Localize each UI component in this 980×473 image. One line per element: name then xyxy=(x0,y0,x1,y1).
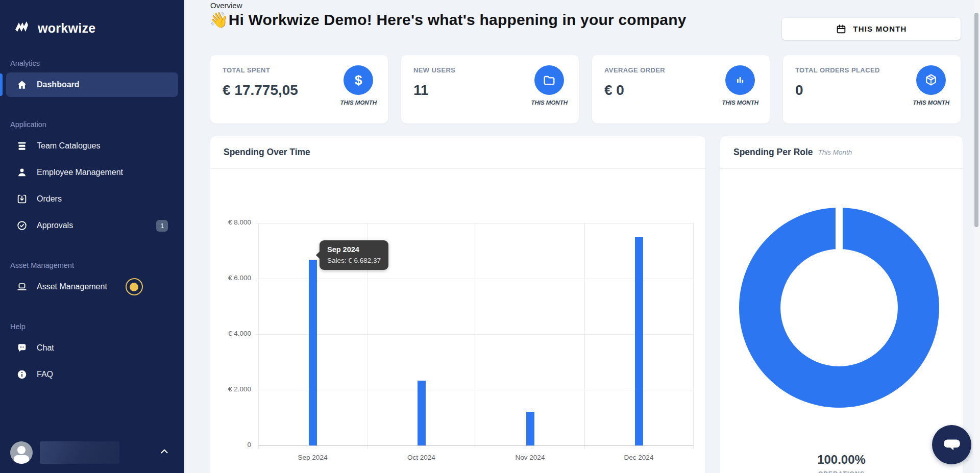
period-filter-label: THIS MONTH xyxy=(853,24,906,33)
stat-card-average-order: AVERAGE ORDER € 0 THIS MONTH xyxy=(592,55,770,123)
logo-text: workwize xyxy=(38,21,96,36)
scrollbar-thumb[interactable] xyxy=(974,13,978,227)
sidebar: workwize Analytics Dashboard Application… xyxy=(0,0,184,473)
user-name-redacted xyxy=(40,441,119,464)
stat-card-total-spent: TOTAL SPENT € 17.775,05 $ THIS MONTH xyxy=(210,55,388,123)
spending-per-role-card: Spending Per Role This Month 100.00% OPE… xyxy=(720,136,963,473)
gridline-horizontal xyxy=(255,390,693,390)
gridline-horizontal xyxy=(255,223,693,223)
x-axis-tick-label: Nov 2024 xyxy=(495,454,566,461)
chat-bubble-icon xyxy=(941,434,963,456)
stat-period: THIS MONTH xyxy=(913,99,949,106)
chat-launcher-button[interactable] xyxy=(932,425,971,464)
chat-icon xyxy=(16,342,28,354)
y-axis-tick-label: € 8.000 xyxy=(210,218,251,226)
y-axis-tick-label: 0 xyxy=(210,441,251,449)
sidebar-item-employee-management[interactable]: Employee Management xyxy=(6,160,178,185)
gridline-horizontal xyxy=(255,279,693,279)
page-title: 👋Hi Workwize Demo! Here's what's happeni… xyxy=(209,11,687,29)
scrollbar-track xyxy=(973,0,980,473)
main-content: Overview 👋Hi Workwize Demo! Here's what'… xyxy=(184,0,980,473)
bar-nov-2024[interactable] xyxy=(526,412,534,445)
package-icon xyxy=(916,65,946,95)
sidebar-item-faq[interactable]: FAQ xyxy=(6,362,178,387)
sidebar-item-dashboard[interactable]: Dashboard xyxy=(6,72,178,97)
approvals-icon xyxy=(16,220,28,231)
orders-icon xyxy=(16,193,28,205)
spending-over-time-card: Spending Over Time € 8.000€ 6.000€ 4.000… xyxy=(210,136,705,473)
sidebar-item-label: Approvals xyxy=(37,221,73,230)
laptop-icon xyxy=(16,281,28,292)
gridline-vertical xyxy=(693,223,694,449)
info-icon xyxy=(16,369,28,380)
card-title: Spending Per Role xyxy=(733,147,813,158)
stat-period: THIS MONTH xyxy=(722,99,758,106)
donut-percentage-label: 100.00% xyxy=(720,453,963,467)
y-axis-tick-label: € 6.000 xyxy=(210,274,251,282)
logo: workwize xyxy=(0,0,184,36)
x-axis-line xyxy=(258,445,693,446)
approvals-count-badge: 1 xyxy=(156,220,168,232)
tooltip-value: Sales: € 6.682,37 xyxy=(327,257,381,264)
y-axis-tick-label: € 2.000 xyxy=(210,385,251,393)
person-icon xyxy=(16,167,28,178)
donut-chart[interactable] xyxy=(739,208,939,408)
donut-hole xyxy=(780,249,898,366)
sidebar-item-label: Chat xyxy=(37,343,54,353)
donut-slice-label: OPERATIONS xyxy=(720,470,963,473)
gridline-vertical xyxy=(476,223,476,449)
card-header: Spending Per Role This Month xyxy=(720,136,963,169)
active-indicator-bar xyxy=(0,73,3,96)
stat-card-total-orders: TOTAL ORDERS PLACED 0 THIS MONTH xyxy=(783,55,961,123)
chevron-up-icon xyxy=(159,446,170,459)
bar-chart-icon xyxy=(725,65,755,95)
sidebar-item-label: FAQ xyxy=(37,370,53,379)
stat-card-new-users: NEW USERS 11 THIS MONTH xyxy=(401,55,579,123)
sidebar-item-team-catalogues[interactable]: Team Catalogues xyxy=(6,134,178,158)
x-axis-tick-label: Dec 2024 xyxy=(603,454,675,461)
stat-period: THIS MONTH xyxy=(531,99,568,106)
home-icon xyxy=(16,79,28,90)
donut-slice-gap xyxy=(836,208,843,251)
bar-sep-2024[interactable] xyxy=(309,260,317,445)
beacon-dot xyxy=(130,283,138,291)
gridline-horizontal xyxy=(255,334,693,335)
workwize-logo-icon xyxy=(14,20,32,36)
section-label-asset-management: Asset Management xyxy=(0,261,184,269)
gridline-vertical xyxy=(584,223,585,449)
x-axis-tick-label: Sep 2024 xyxy=(277,454,349,461)
catalogue-icon xyxy=(16,140,28,152)
sidebar-item-label: Asset Management xyxy=(37,282,107,291)
card-subtitle: This Month xyxy=(818,148,852,156)
bar-chart-plot: € 8.000€ 6.000€ 4.000€ 2.0000Sep 2024Oct… xyxy=(210,136,705,473)
dollar-icon: $ xyxy=(344,65,373,95)
section-label-application: Application xyxy=(0,120,184,129)
calendar-icon xyxy=(836,23,847,35)
gridline-vertical xyxy=(258,223,259,449)
tooltip-title: Sep 2024 xyxy=(327,245,381,254)
sidebar-item-label: Dashboard xyxy=(37,80,80,89)
breadcrumb: Overview xyxy=(210,1,242,10)
stat-period: THIS MONTH xyxy=(340,99,377,106)
stats-row: TOTAL SPENT € 17.775,05 $ THIS MONTH NEW… xyxy=(210,55,961,123)
user-menu[interactable] xyxy=(10,441,174,464)
sidebar-item-orders[interactable]: Orders xyxy=(6,187,178,211)
section-label-analytics: Analytics xyxy=(0,59,184,67)
bar-oct-2024[interactable] xyxy=(418,381,426,445)
onboarding-beacon[interactable] xyxy=(126,278,143,295)
avatar xyxy=(10,441,33,464)
x-axis-tick-label: Oct 2024 xyxy=(386,454,457,461)
sidebar-item-approvals[interactable]: Approvals 1 xyxy=(6,213,178,238)
donut-ring xyxy=(739,208,939,408)
sidebar-item-label: Team Catalogues xyxy=(37,141,101,151)
section-label-help: Help xyxy=(0,322,184,331)
period-filter-button[interactable]: THIS MONTH xyxy=(782,18,961,40)
sidebar-item-asset-management[interactable]: Asset Management xyxy=(6,275,178,299)
y-axis-tick-label: € 4.000 xyxy=(210,330,251,337)
sidebar-item-chat[interactable]: Chat xyxy=(6,336,178,360)
sidebar-item-label: Orders xyxy=(37,194,62,204)
folder-icon xyxy=(534,65,564,95)
sidebar-item-label: Employee Management xyxy=(37,168,123,177)
bar-dec-2024[interactable] xyxy=(635,237,643,445)
chart-tooltip: Sep 2024 Sales: € 6.682,37 xyxy=(320,240,388,270)
